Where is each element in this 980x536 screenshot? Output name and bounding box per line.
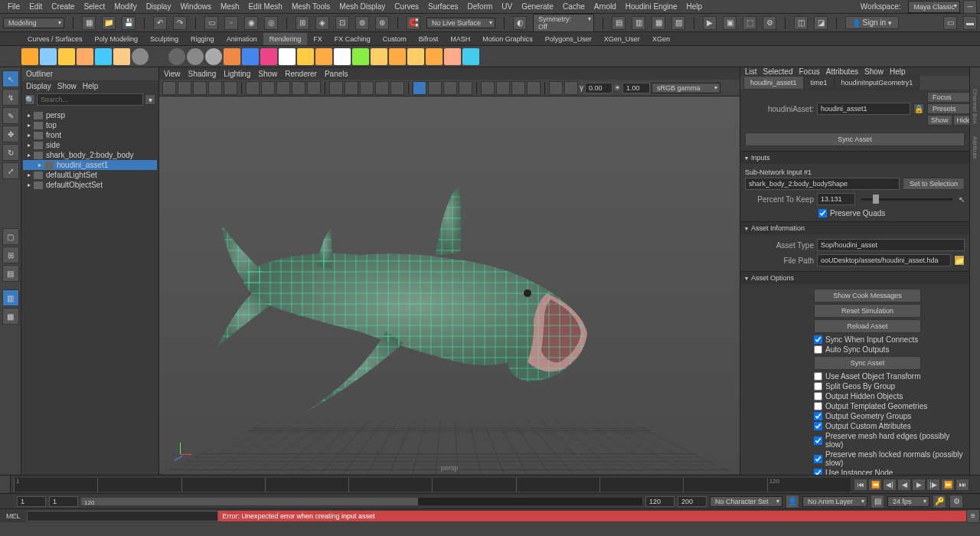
outliner-menu-show[interactable]: Show	[57, 82, 77, 90]
lock-icon[interactable]: 🔒	[913, 103, 924, 114]
sym-icon[interactable]: ◐	[513, 16, 527, 30]
anim-start-field[interactable]	[17, 496, 46, 507]
menu-create[interactable]: Create	[47, 1, 79, 12]
file-path-field[interactable]	[817, 254, 951, 266]
snap-icon[interactable]: ⊞	[296, 16, 309, 30]
vp-aa-icon[interactable]	[511, 81, 525, 95]
attr-tab[interactable]: time1	[804, 76, 835, 90]
render3-icon[interactable]: ⬚	[743, 16, 756, 30]
presets-button[interactable]: Presets	[927, 103, 969, 114]
graph4-icon[interactable]: ▧	[671, 16, 685, 30]
shelf-icon[interactable]	[21, 48, 38, 65]
script-editor-icon[interactable]: ≡	[966, 509, 980, 523]
vp-bookmark-icon[interactable]	[193, 81, 207, 95]
vp-dof-icon[interactable]	[527, 81, 541, 95]
menu-display[interactable]: Display	[142, 1, 176, 12]
open-icon[interactable]: 📁	[102, 16, 116, 30]
option-checkbox[interactable]	[814, 469, 822, 475]
attr-menu-help[interactable]: Help	[890, 67, 906, 76]
shelf-icon[interactable]	[426, 48, 443, 65]
mode-dropdown[interactable]: Modeling	[3, 18, 64, 28]
shelf-tab[interactable]: Sculpting	[144, 33, 185, 45]
play-fwd-icon[interactable]: ▶	[912, 479, 926, 491]
outliner-item[interactable]: ▸defaultLightSet	[23, 170, 157, 180]
layout-persp-icon[interactable]: ▦	[2, 308, 19, 325]
animlayer-icon[interactable]: ▤	[871, 495, 884, 508]
option-checkbox[interactable]	[814, 392, 822, 400]
layout-4view-icon[interactable]: ⊞	[2, 247, 19, 263]
vp-menu-panels[interactable]: Panels	[325, 70, 348, 78]
shark-mesh[interactable]	[206, 132, 635, 423]
charset-icon[interactable]: 👤	[786, 495, 799, 508]
layout-outliner-icon[interactable]: ▥	[2, 289, 19, 306]
scale-tool[interactable]: ⤢	[2, 162, 19, 179]
vp-tex-icon[interactable]	[360, 81, 374, 95]
shelf-icon[interactable]	[242, 48, 259, 65]
shelf-icon[interactable]	[113, 48, 130, 65]
layout-single-icon[interactable]: ▢	[2, 228, 19, 245]
goto-start-icon[interactable]: ⏮	[854, 479, 867, 491]
time-slider[interactable]: 1120	[14, 478, 851, 492]
toolbox-toggle-icon[interactable]: ▭	[943, 16, 957, 30]
undo-icon[interactable]: ↶	[153, 16, 167, 30]
menu-arnold[interactable]: Arnold	[590, 1, 621, 12]
outliner-search[interactable]	[37, 93, 143, 106]
outliner-menu-display[interactable]: Display	[26, 82, 51, 90]
playback-end-field[interactable]	[645, 496, 675, 507]
selmode2-icon[interactable]: ◉	[244, 16, 258, 30]
vp-menu-shading[interactable]: Shading	[188, 70, 217, 78]
menu-curves[interactable]: Curves	[390, 1, 423, 12]
snap3-icon[interactable]: ⊡	[335, 16, 349, 30]
vp-menu-renderer[interactable]: Renderer	[285, 70, 317, 78]
shelf-icon[interactable]	[260, 48, 277, 65]
attr-tab[interactable]: houdiniInputGeometry1	[835, 76, 920, 90]
show-cook-button[interactable]: Show Cook Messages	[814, 289, 921, 302]
reset-sim-button[interactable]: Reset Simulation	[814, 304, 921, 318]
command-input[interactable]	[27, 511, 218, 521]
select-tool[interactable]: ↖	[2, 70, 19, 87]
vp-exposure-field[interactable]	[622, 83, 650, 93]
vp-isolate-icon[interactable]	[413, 81, 426, 95]
move-tool[interactable]: ✥	[2, 126, 19, 142]
reload-button[interactable]: Reload Asset	[814, 319, 921, 333]
new-scene-icon[interactable]: ▦	[82, 16, 96, 30]
menu-edit[interactable]: Edit	[24, 1, 47, 12]
vp-image-icon[interactable]	[208, 81, 222, 95]
outliner-menu-help[interactable]: Help	[83, 82, 99, 90]
vp-xray2-icon[interactable]	[443, 81, 457, 95]
anim-layer-dropdown[interactable]: No Anim Layer	[802, 496, 867, 507]
percent-field[interactable]	[817, 193, 855, 205]
option-checkbox[interactable]	[814, 345, 822, 354]
percent-slider[interactable]	[861, 198, 952, 201]
viewport-canvas[interactable]: persp	[159, 96, 740, 475]
magnet-icon[interactable]: 🧲	[407, 16, 420, 30]
shelf-tab[interactable]: XGen	[646, 33, 676, 45]
anim-end-field[interactable]	[678, 496, 707, 507]
lasso-tool[interactable]: ↯	[2, 89, 19, 106]
outliner-item[interactable]: ▸defaultObjectSet	[23, 180, 157, 190]
menu-select[interactable]: Select	[79, 1, 109, 12]
vp-menu-lighting[interactable]: Lighting	[224, 70, 250, 78]
shelf-icon[interactable]	[407, 48, 424, 65]
shelf-tab[interactable]: Motion Graphics	[476, 33, 539, 45]
autokey-icon[interactable]: 🔑	[933, 495, 946, 508]
attr-tab[interactable]: houdini_asset1	[743, 76, 804, 90]
set-selection-button[interactable]: Set to Selection	[903, 178, 965, 190]
snap5-icon[interactable]: ⊛	[375, 16, 389, 30]
option-checkbox[interactable]	[814, 436, 822, 445]
goto-end-icon[interactable]: ⏭	[956, 479, 969, 491]
menu-windows[interactable]: Windows	[175, 1, 216, 12]
vp-menu-show[interactable]: Show	[258, 70, 277, 78]
menu-cache[interactable]: Cache	[558, 1, 590, 12]
render-icon[interactable]: ▶	[703, 16, 717, 30]
option-checkbox[interactable]	[814, 412, 822, 420]
colorspace-dropdown[interactable]: sRGB gamma	[652, 83, 720, 93]
fps-dropdown[interactable]: 24 fps	[887, 496, 929, 507]
live-surface-dropdown[interactable]: No Live Surface	[426, 18, 495, 28]
shelf-tab[interactable]: MASH	[444, 33, 476, 45]
shelf-tab[interactable]: Custom	[377, 33, 413, 45]
shelf-icon[interactable]	[315, 48, 332, 65]
shelf-tab[interactable]: Curves / Surfaces	[21, 33, 89, 45]
select-icon[interactable]: ▭	[204, 16, 218, 30]
shelf-icon[interactable]	[334, 48, 351, 65]
